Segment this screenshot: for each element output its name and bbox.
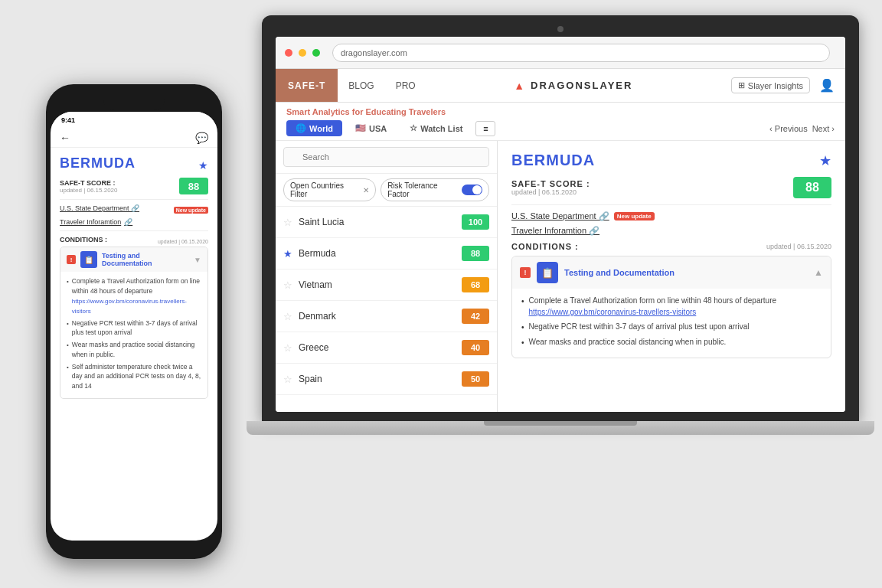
country-item[interactable]: ★ Bermuda 88	[276, 238, 497, 270]
phone-safe-t-label: SAFE-T SCORE :	[60, 179, 117, 187]
app-header: SAFE-T BLOG PRO ▲ DRAGONSLAYER ⊞ Slayer …	[276, 69, 845, 103]
app-subheader: Smart Analytics for Educating Travelers …	[276, 103, 845, 141]
laptop-device: dragonslayer.com SAFE-T BLOG PRO ▲ DRAGO…	[262, 15, 859, 551]
phone-conditions-updated: updated | 06.15.2020	[158, 239, 208, 244]
score-badge: 68	[462, 277, 489, 292]
star-icon[interactable]: ☆	[283, 311, 292, 322]
browser-maximize[interactable]	[312, 49, 320, 57]
condition-icon: 📋	[537, 262, 558, 283]
dept-link-row: U.S. State Department 🔗 New update	[511, 211, 831, 221]
tab-usa-label: USA	[369, 124, 387, 133]
star-filled-icon[interactable]: ★	[283, 248, 292, 260]
new-update-badge: New update	[614, 212, 655, 220]
star-icon[interactable]: ☆	[283, 279, 292, 291]
star-icon: ☆	[410, 123, 417, 133]
tab-bar: 🌐 World 🇺🇸 USA ☆ Watch List ≡	[286, 119, 495, 137]
search-input[interactable]	[283, 147, 489, 167]
insights-icon: ⊞	[738, 80, 745, 90]
tab-world[interactable]: 🌐 World	[286, 120, 342, 136]
phone-navbar: ← 💬	[51, 129, 217, 148]
insights-label: Slayer Insights	[748, 81, 803, 90]
open-countries-filter[interactable]: Open Countries Filter ✕	[283, 178, 376, 201]
score-badge: 88	[462, 246, 489, 261]
phone-divider-1	[60, 199, 208, 200]
filter-label: Open Countries Filter	[290, 181, 360, 198]
phone-new-badge: New update	[174, 207, 208, 214]
laptop-body: dragonslayer.com SAFE-T BLOG PRO ▲ DRAGO…	[262, 15, 859, 421]
phone-chevron[interactable]: ▼	[194, 256, 201, 264]
country-item[interactable]: ☆ Spain 50	[276, 364, 497, 395]
nav-safe-t[interactable]: SAFE-T	[276, 69, 338, 102]
divider-1	[511, 204, 831, 205]
left-panel: 🔍 Open Countries Filter ✕ Risk Tolerance…	[276, 141, 498, 412]
country-item[interactable]: ☆ Vietnam 68	[276, 270, 497, 301]
phone-traveler-link[interactable]: Traveler Inforamtion 🔗	[60, 218, 208, 226]
phone-notch	[103, 95, 165, 110]
browser-minimize[interactable]	[299, 49, 306, 57]
conditions-updated: updated | 06.15.2020	[766, 243, 831, 250]
message-icon[interactable]: 💬	[195, 132, 208, 144]
safe-t-row: SAFE-T SCORE : updated | 06.15.2020 88	[511, 177, 831, 198]
chevron-icon[interactable]: ▲	[814, 267, 823, 278]
country-item[interactable]: ☆ Greece 40	[276, 332, 497, 364]
condition-link[interactable]: https://www.gov.bm/coronavirus-traveller…	[529, 308, 697, 316]
phone-updated: updated | 06.15.2020	[60, 187, 117, 194]
browser-close[interactable]	[285, 49, 292, 57]
phone-time: 9:41	[61, 116, 75, 124]
usa-icon: 🇺🇸	[355, 123, 366, 133]
traveler-link[interactable]: Traveler Inforamtion 🔗	[511, 226, 599, 236]
next-btn[interactable]: Next ›	[812, 124, 835, 133]
bullet-item-2: • Negative PCR test within 3-7 days of a…	[521, 321, 822, 333]
condition-card: ! 📋 Testing and Documentation ▲ • Comple…	[511, 256, 831, 358]
tab-usa[interactable]: 🇺🇸 USA	[345, 119, 397, 137]
risk-toggle[interactable]	[462, 185, 482, 195]
detail-updated: updated | 06.15.2020	[511, 188, 590, 196]
phone-screen: 9:41 ← 💬 BERMUDA ★ SAFE-T SCORE : update…	[51, 112, 217, 541]
country-name: Bermuda	[299, 248, 456, 259]
filter-close-icon[interactable]: ✕	[363, 186, 369, 194]
previous-btn[interactable]: ‹ Previous	[769, 124, 808, 133]
phone-star-icon[interactable]: ★	[198, 159, 208, 172]
phone-country-title: BERMUDA	[60, 155, 136, 172]
star-icon[interactable]: ☆	[283, 342, 292, 354]
phone-safe-t-row: SAFE-T SCORE : updated | 06.15.2020 88	[60, 178, 208, 194]
bullet-dot: •	[521, 322, 524, 333]
nav-pro[interactable]: PRO	[385, 69, 426, 102]
browser-url-bar[interactable]: dragonslayer.com	[332, 44, 830, 62]
condition-title: Testing and Documentation	[564, 268, 814, 277]
tab-watchlist[interactable]: ☆ Watch List	[400, 119, 472, 137]
nav-blog[interactable]: BLOG	[338, 69, 384, 102]
bullet-dot: •	[521, 296, 524, 318]
sliders-icon: ≡	[483, 124, 488, 133]
phone-dept-link[interactable]: U.S. State Department 🔗	[60, 204, 139, 212]
phone-condition-header: ! 📋 Testing and Documentation ▼	[60, 247, 207, 272]
bullet-item-1: • Complete a Travel Authorization form o…	[521, 295, 822, 318]
dept-link[interactable]: U.S. State Department 🔗	[511, 211, 609, 221]
detail-star-icon[interactable]: ★	[819, 152, 831, 169]
nav-insights-btn[interactable]: ⊞ Slayer Insights	[731, 77, 810, 93]
prev-next-nav: ‹ Previous Next ›	[769, 124, 835, 133]
star-icon[interactable]: ☆	[283, 374, 292, 385]
search-box: 🔍	[276, 141, 497, 174]
app-body: 🔍 Open Countries Filter ✕ Risk Tolerance…	[276, 141, 845, 412]
country-item[interactable]: ☆ Saint Lucia 100	[276, 207, 497, 238]
app-tagline: Smart Analytics for Educating Travelers	[286, 107, 835, 116]
country-item[interactable]: ☆ Denmark 42	[276, 301, 497, 332]
laptop-camera	[557, 26, 564, 32]
error-badge: !	[520, 267, 531, 278]
tab-world-label: World	[309, 124, 333, 133]
risk-tolerance-filter[interactable]: Risk Tolerance Factor	[381, 178, 489, 201]
filter-row: Open Countries Filter ✕ Risk Tolerance F…	[276, 174, 497, 207]
condition-card-header: ! 📋 Testing and Documentation ▲	[512, 256, 831, 289]
phone-bullet-2: • Negative PCR test within 3-7 days of a…	[67, 318, 201, 338]
phone-condition-body: • Complete a Travel Authorization form o…	[60, 272, 207, 398]
right-panel: BERMUDA ★ SAFE-T SCORE : updated | 06.15…	[498, 141, 845, 412]
user-icon[interactable]: 👤	[819, 78, 835, 93]
toggle-dot	[472, 185, 482, 194]
country-header: BERMUDA ★	[511, 152, 831, 169]
star-icon[interactable]: ☆	[283, 217, 292, 228]
back-button[interactable]: ←	[60, 132, 70, 144]
filter-icon-btn[interactable]: ≡	[475, 121, 495, 136]
phone-conditions-label: CONDITIONS :	[60, 236, 107, 243]
score-badge: 40	[462, 340, 489, 355]
